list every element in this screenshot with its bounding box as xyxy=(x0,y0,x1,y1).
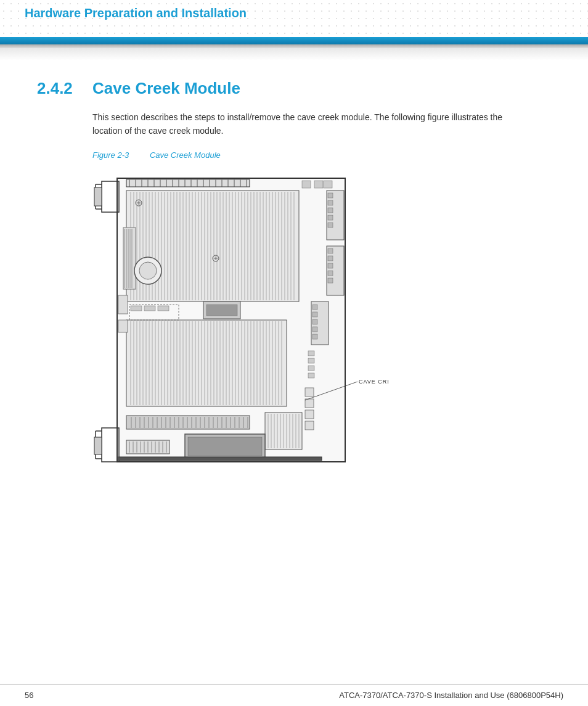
svg-rect-245 xyxy=(308,373,314,378)
figure-label: Figure 2-3 xyxy=(92,150,129,160)
section-heading: 2.4.2 Cave Creek Module xyxy=(37,79,563,98)
board-svg: CAVE CREEK MODEL xyxy=(92,172,388,474)
svg-rect-118 xyxy=(328,278,333,283)
svg-rect-182 xyxy=(126,416,250,429)
figure-area: CAVE CREEK MODEL xyxy=(92,172,401,474)
blue-bar xyxy=(0,37,588,44)
svg-rect-226 xyxy=(312,305,317,310)
svg-rect-247 xyxy=(118,320,128,332)
svg-rect-5 xyxy=(94,187,102,206)
svg-rect-229 xyxy=(312,327,317,332)
body-text: This section describes the steps to inst… xyxy=(92,110,512,138)
svg-rect-115 xyxy=(328,256,333,261)
svg-rect-241 xyxy=(118,457,322,461)
svg-rect-242 xyxy=(308,351,314,356)
svg-rect-212 xyxy=(188,437,262,456)
svg-rect-119 xyxy=(126,320,287,406)
page-number: 56 xyxy=(25,691,33,700)
svg-text:CAVE CREEK MODEL: CAVE CREEK MODEL xyxy=(359,379,388,385)
light-bar xyxy=(0,48,588,60)
svg-rect-108 xyxy=(328,193,333,198)
svg-rect-109 xyxy=(328,200,333,205)
svg-rect-116 xyxy=(328,263,333,268)
svg-rect-237 xyxy=(305,410,314,419)
content-area: 2.4.2 Cave Creek Module This section des… xyxy=(0,60,588,523)
svg-rect-244 xyxy=(308,366,314,371)
section-number: 2.4.2 xyxy=(37,79,80,98)
svg-rect-111 xyxy=(328,215,333,220)
figure-caption: Figure 2-3 Cave Creek Module xyxy=(92,150,563,160)
svg-rect-232 xyxy=(131,306,142,311)
svg-rect-11 xyxy=(126,179,250,187)
svg-rect-110 xyxy=(328,208,333,213)
svg-rect-235 xyxy=(305,388,314,396)
svg-rect-114 xyxy=(328,248,333,253)
footer: 56 ATCA-7370/ATCA-7370-S Installation an… xyxy=(0,684,588,706)
svg-rect-251 xyxy=(314,181,323,188)
svg-rect-249 xyxy=(206,305,237,316)
svg-rect-250 xyxy=(302,181,311,188)
svg-rect-6 xyxy=(102,428,119,462)
page-title: Hardware Preparation and Installation xyxy=(25,6,247,20)
svg-rect-228 xyxy=(312,319,317,324)
figure-title: Cave Creek Module xyxy=(150,150,221,160)
svg-rect-236 xyxy=(305,399,314,408)
svg-rect-117 xyxy=(328,271,333,276)
svg-rect-112 xyxy=(328,223,333,228)
svg-rect-87 xyxy=(123,228,136,289)
svg-rect-230 xyxy=(312,334,317,339)
svg-rect-238 xyxy=(305,421,314,430)
svg-rect-1 xyxy=(102,181,119,212)
section-title: Cave Creek Module xyxy=(92,79,240,98)
svg-rect-10 xyxy=(94,437,102,454)
doc-reference: ATCA-7370/ATCA-7370-S Installation and U… xyxy=(339,691,563,700)
board-diagram: CAVE CREEK MODEL xyxy=(92,172,388,474)
svg-rect-243 xyxy=(308,358,314,363)
header-area: Hardware Preparation and Installation xyxy=(0,0,588,37)
svg-rect-252 xyxy=(324,181,332,188)
svg-rect-233 xyxy=(144,306,155,311)
svg-rect-234 xyxy=(158,306,169,311)
svg-rect-227 xyxy=(312,312,317,317)
svg-rect-246 xyxy=(118,295,128,314)
svg-point-94 xyxy=(139,262,157,279)
